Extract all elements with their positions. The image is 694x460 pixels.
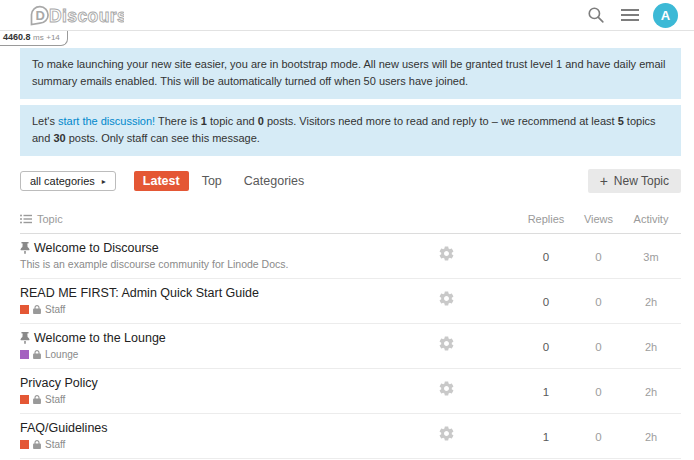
list-icon [20,214,32,224]
activity-time[interactable]: 2h [645,386,657,398]
profiler-time: 4460.8 [3,32,31,42]
activity-time[interactable]: 2h [645,341,657,353]
replies-count[interactable]: 1 [543,431,549,443]
views-count: 0 [595,296,601,308]
topic-row: FAQ/Guidelines Staff 1 [20,414,681,459]
tab-top[interactable]: Top [193,171,231,191]
tab-categories[interactable]: Categories [235,171,313,191]
replies-count[interactable]: 0 [543,296,549,308]
topic-gear-icon[interactable] [426,245,455,265]
replies-count[interactable]: 0 [543,341,549,353]
banner-lead-text: Let's [32,115,58,127]
banner-text-segment: topic and [207,115,258,127]
topic-row: READ ME FIRST: Admin Quick Start Guide S… [20,279,681,324]
topic-title-link[interactable]: Welcome to Discourse [34,241,159,255]
category-name: Lounge [45,349,78,360]
category-color-square [20,395,29,404]
miniprofiler-badge[interactable]: 4460.8 ms +14 [0,31,68,46]
new-topic-label: New Topic [614,174,669,188]
activity-time[interactable]: 2h [645,431,657,443]
search-icon[interactable] [585,4,607,26]
category-name: Staff [45,394,65,405]
category-badge[interactable]: Staff [20,304,426,315]
category-dropdown-label: all categories [30,175,95,187]
topic-title-link[interactable]: FAQ/Guidelines [20,421,108,435]
topic-title-link[interactable]: READ ME FIRST: Admin Quick Start Guide [20,286,259,300]
lock-icon [33,395,41,404]
svg-text:Discourse: Discourse [49,6,124,26]
category-color-square [20,440,29,449]
start-discussion-banner: Let's start the discussion! There is 1 t… [20,105,681,156]
topic-list-header: Topic Replies Views Activity [20,207,681,234]
topic-row: Welcome to the Lounge Lounge [20,324,681,369]
banner-text-segment: There is [155,115,201,127]
topic-gear-icon[interactable] [426,335,455,355]
filter-bar: all categories ▸ Latest Top Categories +… [20,169,681,193]
pin-icon [20,332,30,344]
topic-title-link[interactable]: Privacy Policy [20,376,98,390]
tab-latest[interactable]: Latest [134,171,189,191]
lock-icon [33,440,41,449]
category-badge[interactable]: Staff [20,394,426,405]
svg-text:D: D [36,8,45,23]
activity-time[interactable]: 2h [645,296,657,308]
lock-icon [33,350,41,359]
replies-count[interactable]: 0 [543,251,549,263]
banner-text-segment: posts. Visitors need more to read and re… [264,115,618,127]
topic-gear-icon[interactable] [426,290,455,310]
category-name: Staff [45,304,65,315]
caret-right-icon: ▸ [102,177,106,186]
site-header: D Discourse A [0,0,694,31]
new-topic-button[interactable]: + New Topic [588,169,681,193]
header-views[interactable]: Views [576,213,621,225]
views-count: 0 [595,386,601,398]
category-dropdown[interactable]: all categories ▸ [20,171,116,191]
recommended-posts: 30 [53,132,65,144]
topic-list-tabs: Latest Top Categories [134,171,313,191]
main-content: To make launching your new site easier, … [20,48,681,460]
header-replies[interactable]: Replies [516,213,576,225]
topic-row: Welcome to Discourse This is an example … [20,234,681,279]
category-color-square [20,350,29,359]
bootstrap-banner-text: To make launching your new site easier, … [32,58,665,87]
views-count: 0 [595,341,601,353]
category-badge[interactable]: Lounge [20,349,426,360]
hamburger-menu-icon[interactable] [619,6,641,24]
profiler-extra: +14 [46,33,60,42]
plus-icon: + [600,176,608,186]
user-avatar[interactable]: A [653,3,678,28]
activity-time[interactable]: 3m [643,251,658,263]
banner-text-segment: posts. Only staff can see this message. [66,132,260,144]
topic-gear-icon[interactable] [426,425,455,445]
profiler-unit: ms [33,33,44,42]
category-color-square [20,305,29,314]
topic-rows: Welcome to Discourse This is an example … [20,234,681,460]
discourse-logo[interactable]: D Discourse [28,3,124,27]
topic-row: Privacy Policy Staff 1 [20,369,681,414]
header-activity[interactable]: Activity [621,213,681,225]
start-discussion-link[interactable]: start the discussion! [58,115,155,127]
bootstrap-mode-banner: To make launching your new site easier, … [20,48,681,99]
topic-excerpt: This is an example discourse community f… [20,258,426,270]
category-name: Staff [45,439,65,450]
category-badge[interactable]: Staff [20,439,426,450]
lock-icon [33,305,41,314]
topic-title-link[interactable]: Welcome to the Lounge [34,331,166,345]
topic-gear-icon[interactable] [426,380,455,400]
pin-icon [20,242,30,254]
views-count: 0 [595,431,601,443]
header-topic: Topic [37,213,63,225]
replies-count[interactable]: 1 [543,386,549,398]
discourse-logo-icon: D Discourse [28,3,124,27]
views-count: 0 [595,251,601,263]
